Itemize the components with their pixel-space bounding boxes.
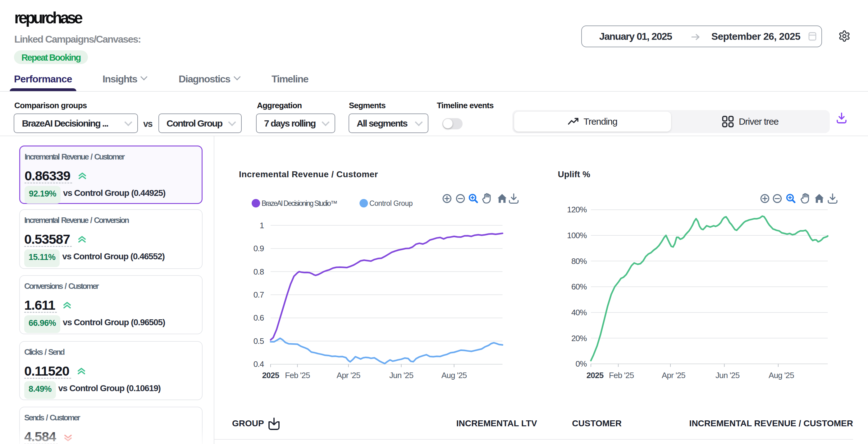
svg-text:20%: 20% [571, 334, 587, 343]
svg-text:60%: 60% [571, 282, 587, 291]
svg-text:0.6: 0.6 [253, 313, 264, 322]
svg-text:2025: 2025 [262, 371, 279, 380]
svg-text:100%: 100% [567, 231, 587, 240]
svg-text:1: 1 [260, 221, 264, 230]
svg-text:Jun '25: Jun '25 [715, 371, 740, 380]
svg-text:Uplift %: Uplift % [558, 170, 590, 179]
svg-text:2025: 2025 [587, 371, 603, 380]
svg-text:0%: 0% [576, 359, 587, 368]
svg-text:0.4: 0.4 [253, 359, 264, 369]
svg-text:0.9: 0.9 [253, 244, 264, 253]
svg-text:40%: 40% [571, 308, 587, 317]
svg-text:BrazeAI Decisioning Studio™: BrazeAI Decisioning Studio™ [261, 199, 337, 207]
svg-text:Apr '25: Apr '25 [337, 371, 360, 380]
svg-text:0.8: 0.8 [253, 267, 264, 276]
svg-text:Apr '25: Apr '25 [662, 371, 685, 380]
svg-text:Aug '25: Aug '25 [769, 371, 794, 380]
svg-text:0.5: 0.5 [253, 336, 264, 346]
svg-text:Jun '25: Jun '25 [389, 371, 413, 380]
svg-text:0.7: 0.7 [253, 290, 264, 299]
svg-text:Control Group: Control Group [369, 199, 412, 207]
svg-text:Feb '25: Feb '25 [285, 371, 310, 380]
svg-text:Feb '25: Feb '25 [609, 371, 634, 380]
svg-text:Incremental Revenue / Customer: Incremental Revenue / Customer [239, 170, 378, 179]
svg-text:120%: 120% [567, 205, 587, 214]
svg-text:Aug '25: Aug '25 [441, 371, 467, 380]
svg-text:80%: 80% [571, 257, 587, 266]
